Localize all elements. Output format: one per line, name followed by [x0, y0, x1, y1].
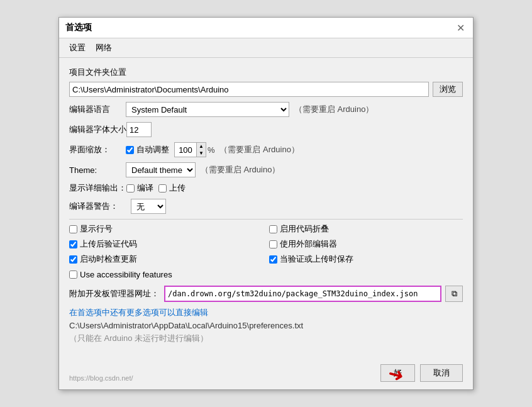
project-folder-input[interactable]: [69, 82, 429, 97]
compiler-warning-row: 编译器警告： 无 默认 更多 全部: [69, 199, 463, 214]
project-folder-row: 浏览: [69, 82, 463, 97]
preferences-dialog: 首选项 ✕ 设置 网络 项目文件夹位置 浏览 编辑器语言 System Defa…: [58, 17, 474, 390]
accessibility-label: Use accessibility features: [80, 270, 172, 279]
save-on-verify-row: 当验证或上传时保存: [269, 254, 463, 265]
compile-checkbox[interactable]: [126, 184, 135, 192]
editor-language-row: 编辑器语言 System Default （需要重启 Arduino）: [69, 102, 463, 117]
auto-adjust-label: 自动调整: [136, 144, 169, 155]
url-section-label: 附加开发板管理器网址：: [69, 288, 159, 299]
verify-after-upload-checkbox[interactable]: [69, 240, 77, 248]
browse-button[interactable]: 浏览: [433, 82, 463, 97]
use-external-editor-checkbox[interactable]: [269, 240, 277, 248]
theme-select[interactable]: Default theme: [126, 162, 196, 177]
restart-hint-theme: （需要重启 Arduino）: [201, 164, 280, 176]
enable-code-folding-checkbox[interactable]: [269, 225, 277, 233]
watermark: https://blog.csdn.net/: [69, 374, 133, 382]
url-input[interactable]: [164, 286, 441, 302]
accessibility-checkbox[interactable]: [69, 270, 77, 279]
save-on-verify-label: 当验证或上传时保存: [280, 254, 353, 265]
auto-adjust-checkbox[interactable]: [126, 146, 134, 154]
upload-label: 上传: [169, 182, 186, 194]
button-bar: ➜ https://blog.csdn.net/ 好 取消: [59, 359, 473, 389]
scale-up-button[interactable]: ▲: [197, 143, 206, 150]
show-line-numbers-checkbox[interactable]: [69, 225, 77, 233]
scale-spinner-arrows: ▲ ▼: [197, 142, 206, 157]
cancel-button[interactable]: 取消: [420, 364, 463, 382]
check-updates-row: 启动时检查更新: [69, 254, 263, 265]
scale-label: 界面缩放：: [69, 144, 126, 155]
check-updates-checkbox[interactable]: [69, 255, 77, 264]
scale-value-input[interactable]: [174, 142, 197, 157]
verbose-label: 显示详细输出：: [69, 182, 126, 194]
divider1: [69, 219, 463, 220]
title-bar: 首选项 ✕: [59, 18, 473, 38]
scale-down-button[interactable]: ▼: [197, 150, 206, 157]
close-button[interactable]: ✕: [454, 21, 467, 34]
show-line-numbers-row: 显示行号: [69, 223, 263, 235]
editor-language-label: 编辑器语言: [69, 104, 126, 115]
url-row: 附加开发板管理器网址： ⧉: [69, 286, 463, 302]
restart-hint-language: （需要重启 Arduino）: [294, 104, 374, 115]
enable-code-folding-label: 启用代码折叠: [280, 223, 329, 235]
menu-bar: 设置 网络: [59, 38, 473, 58]
verify-after-upload-label: 上传后验证代码: [80, 238, 137, 250]
dialog-title: 首选项: [65, 22, 92, 33]
theme-label: Theme:: [69, 165, 126, 175]
theme-row: Theme: Default theme （需要重启 Arduino）: [69, 162, 463, 177]
upload-checkbox[interactable]: [158, 184, 167, 192]
verify-after-upload-row: 上传后验证代码: [69, 238, 263, 250]
font-size-input[interactable]: [126, 122, 152, 137]
use-external-editor-row: 使用外部编辑器: [269, 238, 463, 250]
verbose-row: 显示详细输出： 编译 上传: [69, 182, 463, 194]
enable-code-folding-row: 启用代码折叠: [269, 223, 463, 235]
project-folder-label: 项目文件夹位置: [69, 67, 463, 78]
check-updates-label: 启动时检查更新: [80, 254, 137, 265]
save-on-verify-checkbox[interactable]: [269, 255, 277, 264]
menu-item-settings[interactable]: 设置: [64, 41, 91, 55]
font-size-row: 编辑器字体大小: [69, 122, 463, 137]
edit-hint: （只能在 Arduino 未运行时进行编辑）: [69, 333, 463, 344]
use-external-editor-label: 使用外部编辑器: [280, 238, 337, 250]
font-size-label: 编辑器字体大小: [69, 124, 126, 135]
compile-label: 编译: [137, 182, 153, 194]
restart-hint-scale: （需要重启 Arduino）: [219, 144, 299, 155]
info-text: 在首选项中还有更多选项可以直接编辑: [69, 307, 463, 318]
editor-language-select[interactable]: System Default: [126, 102, 289, 117]
compiler-warning-select[interactable]: 无 默认 更多 全部: [131, 199, 166, 214]
accessibility-row: Use accessibility features: [69, 270, 463, 279]
file-path: C:\Users\Administrator\AppData\Local\Ard…: [69, 321, 463, 330]
show-line-numbers-label: 显示行号: [80, 223, 113, 235]
checkboxes-grid: 显示行号 启用代码折叠 上传后验证代码 使用外部编辑器 启动时检查更新 当验证或…: [69, 223, 463, 265]
scale-row: 界面缩放： 自动调整 ▲ ▼ % （需要重启 Arduino）: [69, 142, 463, 157]
url-copy-button[interactable]: ⧉: [445, 286, 463, 302]
scale-unit: %: [208, 145, 215, 155]
content-area: 项目文件夹位置 浏览 编辑器语言 System Default （需要重启 Ar…: [59, 58, 473, 359]
menu-item-network[interactable]: 网络: [91, 41, 117, 55]
compiler-warning-label: 编译器警告：: [69, 201, 126, 212]
